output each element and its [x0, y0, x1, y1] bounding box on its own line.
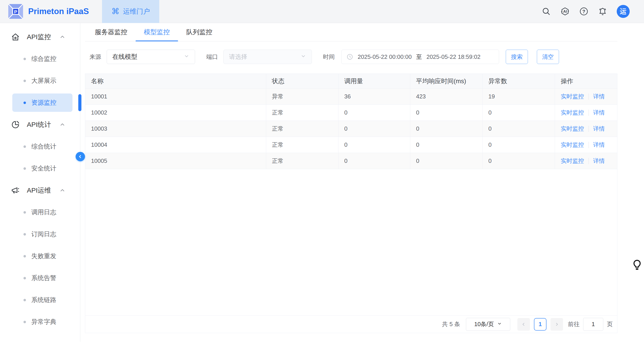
bullet-icon [24, 255, 26, 258]
action-divider [588, 94, 589, 100]
sidebar-group-api-ops[interactable]: API运维 [0, 180, 80, 201]
sidebar: API监控 综合监控 大屏展示 资源监控 [0, 23, 80, 342]
sidebar-item-label: 系统告警 [31, 274, 56, 282]
tab-queue-monitor[interactable]: 队列监控 [178, 23, 220, 41]
action-divider [588, 142, 589, 148]
realtime-monitor-link[interactable]: 实时监控 [561, 141, 584, 149]
app-window: P Primeton iPaaS ⌘ 运维门户 AI [0, 0, 644, 342]
sidebar-item-security-stats[interactable]: 安全统计 [0, 158, 80, 180]
bullet-icon [24, 146, 26, 148]
page-size-select[interactable]: 10条/页 [466, 318, 510, 331]
sidebar-collapse-button[interactable] [76, 152, 85, 161]
sidebar-group-label: API运维 [27, 186, 51, 195]
detail-link[interactable]: 详情 [593, 92, 605, 100]
monitor-tabs: 服务器监控 模型监控 队列监控 [85, 23, 618, 42]
cell-calls: 0 [338, 121, 410, 137]
table-row: 10002 正常 0 0 0 实时监控 详情 [85, 105, 617, 121]
search-icon[interactable] [542, 7, 551, 16]
sidebar-group-label: API监控 [27, 32, 51, 42]
sidebar-group-api-monitor[interactable]: API监控 [0, 26, 80, 48]
help-icon[interactable]: ? [579, 7, 588, 16]
sidebar-item-subscription-logs[interactable]: 订阅日志 [0, 223, 80, 245]
clear-button[interactable]: 清空 [537, 50, 559, 64]
user-avatar[interactable]: 运 [617, 5, 630, 18]
detail-link[interactable]: 详情 [593, 125, 605, 133]
page-number-1[interactable]: 1 [534, 318, 546, 330]
prev-page-button[interactable] [518, 318, 530, 330]
sidebar-item-label: 大屏展示 [31, 76, 56, 85]
svg-text:P: P [14, 9, 17, 14]
chevron-up-icon [59, 187, 66, 194]
cell-actions: 实时监控 详情 [555, 105, 617, 120]
column-header-exceptions: 异常数 [482, 74, 555, 88]
goto-page-input[interactable] [583, 318, 603, 331]
time-range-picker[interactable]: 2025-05-22 00:00:00 至 2025-05-22 18:59:0… [341, 50, 499, 64]
cell-actions: 实时监控 详情 [555, 153, 617, 169]
pagination-bar: 共 5 条 10条/页 1 [85, 316, 617, 333]
port-select-placeholder: 请选择 [229, 53, 247, 61]
cell-name: 10005 [85, 153, 266, 169]
cell-avg-response: 0 [410, 153, 482, 169]
tab-server-monitor[interactable]: 服务器监控 [95, 23, 136, 41]
search-button[interactable]: 搜索 [506, 50, 528, 64]
realtime-monitor-link[interactable]: 实时监控 [561, 125, 584, 133]
tab-model-monitor[interactable]: 模型监控 [136, 23, 178, 41]
page-number-label: 1 [539, 321, 542, 328]
logo-area[interactable]: P Primeton iPaaS [0, 3, 102, 20]
chevron-right-icon [554, 322, 560, 327]
tab-label: 模型监控 [144, 28, 170, 37]
portal-tab-ops[interactable]: ⌘ 运维门户 [102, 0, 159, 23]
time-label: 时间 [323, 53, 335, 61]
model-monitor-table: 名称 状态 调用量 平均响应时间(ms) 异常数 操作 10001 异常 36 … [85, 74, 618, 333]
sidebar-item-call-logs[interactable]: 调用日志 [0, 201, 80, 223]
time-separator: 至 [416, 53, 422, 61]
detail-link[interactable]: 详情 [593, 157, 605, 165]
chevron-down-icon [184, 53, 190, 60]
primeton-logo-icon: P [8, 3, 24, 20]
detail-link[interactable]: 详情 [593, 109, 605, 116]
chevron-up-icon [59, 34, 66, 40]
cell-name: 10001 [85, 88, 266, 104]
filter-bar: 来源 在线模型 端口 请选择 时间 [90, 50, 644, 64]
port-select[interactable]: 请选择 [224, 50, 312, 64]
cell-exceptions: 0 [482, 105, 555, 120]
sidebar-item-failure-resend[interactable]: 失败重发 [0, 245, 80, 267]
source-select[interactable]: 在线模型 [107, 50, 195, 64]
portal-tab-label: 运维门户 [123, 7, 150, 16]
sidebar-item-resource-monitor[interactable]: 资源监控 [0, 92, 80, 114]
cell-avg-response: 423 [410, 88, 482, 104]
ai-assistant-icon[interactable]: AI [560, 7, 570, 16]
sidebar-item-system-links[interactable]: 系统链路 [0, 289, 80, 311]
notification-bell-icon[interactable] [598, 7, 607, 16]
lightbulb-icon[interactable] [632, 259, 642, 271]
sidebar-item-system-alerts[interactable]: 系统告警 [0, 267, 80, 289]
source-label: 来源 [90, 53, 101, 61]
chevron-down-icon [300, 53, 306, 60]
sidebar-group-api-stats[interactable]: API统计 [0, 114, 80, 136]
cell-status: 异常 [266, 88, 338, 104]
cell-calls: 0 [338, 153, 410, 169]
app-title: Primeton iPaaS [28, 7, 89, 16]
detail-link[interactable]: 详情 [593, 141, 605, 149]
column-header-actions: 操作 [555, 74, 617, 88]
cell-name: 10004 [85, 137, 266, 153]
cell-actions: 实时监控 详情 [555, 137, 617, 153]
sidebar-item-comprehensive-stats[interactable]: 综合统计 [0, 136, 80, 158]
sidebar-item-exception-dictionary[interactable]: 异常字典 [0, 311, 80, 333]
realtime-monitor-link[interactable]: 实时监控 [561, 157, 584, 165]
bullet-icon [24, 102, 26, 104]
chevron-left-icon [521, 322, 526, 327]
realtime-monitor-link[interactable]: 实时监控 [561, 109, 584, 116]
clock-icon [346, 54, 353, 60]
sidebar-item-label: 异常字典 [31, 318, 56, 326]
cell-status: 正常 [266, 137, 338, 153]
bullet-icon [24, 277, 26, 279]
cell-exceptions: 0 [482, 137, 555, 153]
sidebar-item-big-screen[interactable]: 大屏展示 [0, 70, 80, 92]
time-start-value: 2025-05-22 00:00:00 [358, 54, 412, 60]
next-page-button[interactable] [550, 318, 563, 330]
sidebar-item-comprehensive-monitor[interactable]: 综合监控 [0, 48, 80, 70]
column-header-calls: 调用量 [338, 74, 410, 88]
realtime-monitor-link[interactable]: 实时监控 [561, 92, 584, 100]
chevron-down-icon [497, 321, 502, 328]
